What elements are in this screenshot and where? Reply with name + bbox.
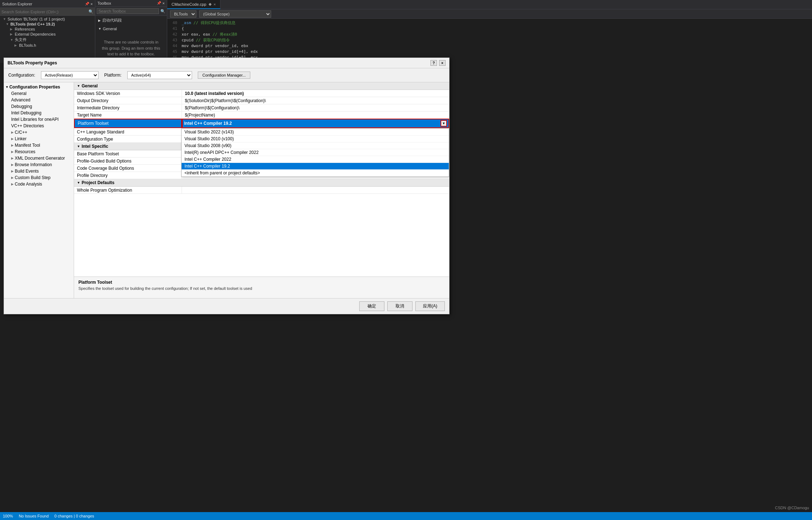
prop-row-output-dir[interactable]: Output Directory $(SolutionDir)$(Platfor… bbox=[74, 97, 449, 104]
config-manager-button[interactable]: Configuration Manager... bbox=[198, 72, 250, 79]
tree-custom-build-label: Custom Build Step bbox=[15, 175, 50, 180]
tree-item-manifest-tool[interactable]: ▶ Manifest Tool bbox=[4, 142, 74, 149]
expand-arrow-icon: ▼ bbox=[6, 22, 9, 26]
global-scope-dropdown[interactable]: (Global Scope) bbox=[199, 10, 271, 18]
tree-item-custom-build[interactable]: ▶ Custom Build Step bbox=[4, 174, 74, 181]
dialog-title-controls: ? × bbox=[430, 60, 446, 66]
dropdown-option-oneapi[interactable]: Intel(R) oneAPI DPC++ Compiler 2022 bbox=[182, 149, 449, 156]
watermark: CSDN @CDamogu bbox=[775, 506, 809, 510]
dialog-help-button[interactable]: ? bbox=[430, 60, 437, 66]
prop-name-cpp-std: C++ Language Standard bbox=[74, 128, 182, 135]
dropdown-option-inherit[interactable]: <inherit from parent or project defaults… bbox=[182, 170, 449, 177]
tree-manifest-label: Manifest Tool bbox=[15, 143, 40, 148]
tree-advanced-label: Advanced bbox=[11, 97, 30, 102]
platform-toolset-selected-value: Intel C++ Compiler 19.2 bbox=[184, 121, 441, 126]
tree-item-intel-debugging[interactable]: Intel Debugging bbox=[4, 110, 74, 116]
tree-general-label: General bbox=[11, 91, 27, 96]
prop-name-config-type: Configuration Type bbox=[74, 136, 182, 142]
header-files-label: 头文件 bbox=[15, 37, 27, 42]
toolbox-search-input[interactable] bbox=[97, 8, 159, 14]
solution-explorer-titlebar: Solution Explorer 📌 × bbox=[0, 0, 95, 8]
expand-manifest-arrow: ▶ bbox=[11, 143, 14, 147]
dialog-title: BLTools Property Pages bbox=[8, 60, 57, 65]
tab-filename: CMachineCode.cpp bbox=[172, 2, 206, 6]
references-item[interactable]: ▶ References bbox=[0, 27, 95, 32]
pin-toolbox-icon[interactable]: 📌 bbox=[157, 1, 161, 5]
solution-item-label: Solution 'BLTools' (1 of 1 project) bbox=[8, 17, 65, 21]
ok-button[interactable]: 确定 bbox=[359, 301, 384, 311]
tree-item-resources[interactable]: ▶ Resources bbox=[4, 149, 74, 155]
code-content: _asm // 得到CPU提供商信息 { xor eax, eax // 将ea… bbox=[182, 20, 812, 61]
dialog-close-button[interactable]: × bbox=[439, 60, 446, 66]
dropdown-option-intel2022[interactable]: Intel C++ Compiler 2022 bbox=[182, 156, 449, 163]
prop-value-wpo bbox=[182, 187, 449, 193]
config-props-root[interactable]: ▼ Configuration Properties bbox=[4, 84, 74, 90]
header-files-item[interactable]: ▼ 头文件 bbox=[0, 37, 95, 43]
prop-row-sdk-version[interactable]: Windows SDK Version 10.0 (latest install… bbox=[74, 90, 449, 97]
tree-vc-dirs-label: VC++ Directories bbox=[11, 123, 44, 128]
general-section-label: General bbox=[82, 83, 98, 88]
tree-item-browse-info[interactable]: ▶ Browse Information bbox=[4, 161, 74, 168]
toolbox-group-startup[interactable]: ▶ 启动代码段 bbox=[95, 16, 167, 25]
prop-row-intermediate-dir[interactable]: Intermediate Directory $(Platform)\$(Con… bbox=[74, 104, 449, 111]
external-dependencies-item[interactable]: ▶ External Dependencies bbox=[0, 32, 95, 37]
pin-icon[interactable]: 📌 bbox=[85, 2, 89, 6]
config-root-arrow: ▼ bbox=[5, 85, 9, 89]
expand-arrow-icon: ▼ bbox=[10, 38, 14, 42]
bltools-h-item[interactable]: ▶ BLTools.h bbox=[0, 43, 95, 48]
right-content-panel: ▼ General Windows SDK Version 10.0 (late… bbox=[74, 82, 449, 298]
tab-modified-icon: ◆ bbox=[209, 2, 211, 6]
tree-item-vc-dirs[interactable]: VC++ Directories bbox=[4, 123, 74, 129]
references-label: References bbox=[15, 27, 35, 31]
toolbox-search-bar: 🔍 bbox=[95, 7, 167, 16]
tree-item-build-events[interactable]: ▶ Build Events bbox=[4, 168, 74, 174]
prop-name-base-platform: Base Platform Toolset bbox=[74, 150, 182, 157]
expand-custom-build-arrow: ▶ bbox=[11, 176, 14, 179]
tree-item-debugging[interactable]: Debugging bbox=[4, 103, 74, 110]
toolbox-panel: Toolbox 📌 × 🔍 ▶ 启动代码段 ▼ General bbox=[95, 0, 167, 63]
prop-row-platform-toolset[interactable]: Platform Toolset Intel C++ Compiler 19.2… bbox=[74, 119, 449, 128]
prop-value-platform-toolset: Intel C++ Compiler 19.2 ▼ bbox=[182, 119, 449, 128]
dropdown-option-vs2022[interactable]: Visual Studio 2022 (v143) bbox=[182, 129, 449, 136]
solution-tree-root[interactable]: ▼ Solution 'BLTools' (1 of 1 project) bbox=[0, 17, 95, 22]
apply-button[interactable]: 应用(A) bbox=[415, 301, 445, 311]
tree-item-general[interactable]: General bbox=[4, 90, 74, 97]
collapse-project-icon[interactable]: ▼ bbox=[77, 181, 80, 184]
toolbox-search-icon: 🔍 bbox=[160, 9, 165, 14]
cancel-button[interactable]: 取消 bbox=[387, 301, 412, 311]
editor-tab-cmachinecode[interactable]: CMachineCode.cpp ◆ × bbox=[167, 0, 220, 9]
solution-explorer-search-input[interactable] bbox=[1, 10, 88, 14]
expand-build-events-arrow: ▶ bbox=[11, 169, 14, 173]
prop-row-target-name[interactable]: Target Name $(ProjectName) bbox=[74, 111, 449, 119]
tree-item-advanced[interactable]: Advanced bbox=[4, 97, 74, 103]
tab-close-icon[interactable]: × bbox=[214, 2, 216, 6]
close-icon[interactable]: × bbox=[91, 2, 93, 6]
toolbox-group-header-general[interactable]: ▼ General bbox=[95, 26, 167, 32]
file-scope-dropdown[interactable]: BLTools bbox=[170, 10, 196, 18]
prop-name-code-coverage: Code Coverage Build Options bbox=[74, 165, 182, 172]
solution-explorer-search-bar: 🔍 bbox=[0, 8, 95, 16]
platform-toolset-dropdown-arrow[interactable]: ▼ bbox=[441, 120, 447, 127]
configuration-dropdown[interactable]: Active(Release) bbox=[41, 71, 99, 79]
collapse-intel-icon[interactable]: ▼ bbox=[77, 145, 80, 148]
prop-name-intermediate: Intermediate Directory bbox=[74, 104, 182, 111]
status-changes: 0 changes | 0 changes bbox=[54, 514, 94, 518]
prop-name-pgo: Profile-Guided Build Options bbox=[74, 158, 182, 164]
tree-item-cpp[interactable]: ▶ C/C++ bbox=[4, 129, 74, 136]
close-toolbox-icon[interactable]: × bbox=[163, 1, 165, 5]
dropdown-option-vs2010[interactable]: Visual Studio 2010 (v100) bbox=[182, 136, 449, 142]
external-deps-label: External Dependencies bbox=[15, 32, 56, 36]
tree-item-intel-libraries[interactable]: Intel Libraries for oneAPI bbox=[4, 116, 74, 123]
tree-item-linker[interactable]: ▶ Linker bbox=[4, 136, 74, 142]
tree-item-code-analysis[interactable]: ▶ Code Analysis bbox=[4, 181, 74, 187]
dropdown-option-vs2008[interactable]: Visual Studio 2008 (v90) bbox=[182, 142, 449, 149]
platform-dropdown[interactable]: Active(x64) bbox=[127, 71, 192, 79]
project-item[interactable]: ▼ BLTools (Intel C++ 19.2) bbox=[0, 22, 95, 27]
prop-row-wpo[interactable]: Whole Program Optimization bbox=[74, 187, 449, 194]
collapse-general-icon[interactable]: ▼ bbox=[77, 84, 80, 88]
dropdown-option-intel192[interactable]: Intel C++ Compiler 19.2 bbox=[182, 163, 449, 170]
toolbox-group-header-startup[interactable]: ▶ 启动代码段 bbox=[95, 17, 167, 24]
tree-item-xml-generator[interactable]: ▶ XML Document Generator bbox=[4, 155, 74, 161]
expand-arrow-icon: ▶ bbox=[14, 44, 18, 47]
config-label: Configuration: bbox=[8, 73, 35, 78]
